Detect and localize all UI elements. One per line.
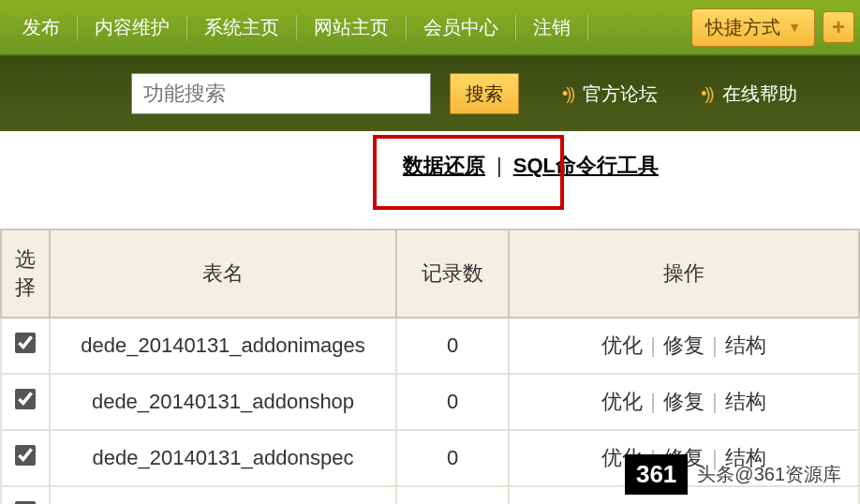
th-count: 记录数 [396, 230, 509, 318]
th-ops: 操作 [509, 230, 859, 318]
sound-icon: •)) [562, 84, 573, 104]
db-table: 选择 表名 记录数 操作 dede_20140131_addonimages0优… [0, 229, 860, 504]
link-sql-tool[interactable]: SQL命令行工具 [513, 152, 659, 180]
cell-ops: 优化|修复|结构 [509, 318, 859, 374]
table-row: dede_20140131_addonimages0优化|修复|结构 [1, 318, 859, 374]
cell-ops: 优化|修复|结构 [509, 430, 859, 486]
nav-member[interactable]: 会员中心 [407, 15, 516, 40]
link-forum[interactable]: •)) 官方论坛 [562, 82, 658, 107]
cell-ops: 优化|修复|结构 [509, 374, 859, 430]
separator: | [712, 334, 718, 357]
table-row: dede_20140131_admintype3优化|修复|结构 [1, 486, 859, 504]
op-optimize[interactable]: 优化 [601, 390, 643, 413]
cell-name: dede_20140131_addonspec [50, 430, 396, 486]
separator: | [650, 390, 656, 413]
link-forum-label: 官方论坛 [583, 82, 658, 107]
top-nav: 发布 内容维护 系统主页 网站主页 会员中心 注销 快捷方式 ▼ + [0, 0, 860, 56]
search-bar: 搜索 •)) 官方论坛 •)) 在线帮助 [0, 56, 860, 131]
separator: | [712, 390, 718, 413]
cell-count: 0 [396, 374, 509, 430]
op-repair[interactable]: 修复 [663, 334, 704, 357]
separator: | [650, 446, 656, 469]
nav-content[interactable]: 内容维护 [78, 15, 187, 40]
op-repair[interactable]: 修复 [663, 446, 704, 469]
search-input[interactable] [131, 73, 431, 114]
op-structure[interactable]: 结构 [725, 334, 766, 357]
table-row: dede_20140131_addonspec0优化|修复|结构 [1, 430, 859, 486]
row-checkbox[interactable] [15, 333, 36, 353]
th-name: 表名 [50, 230, 396, 318]
op-repair[interactable]: 修复 [663, 390, 704, 413]
cell-count: 3 [396, 486, 509, 504]
separator: | [497, 154, 502, 178]
cell-ops: 优化|修复|结构 [509, 486, 859, 504]
row-checkbox[interactable] [15, 445, 36, 466]
add-button[interactable]: + [823, 11, 854, 43]
cell-name: dede_20140131_addonshop [50, 374, 396, 430]
nav-site[interactable]: 网站主页 [297, 15, 407, 40]
link-help-label: 在线帮助 [722, 82, 797, 107]
cell-name: dede_20140131_addonimages [50, 318, 396, 374]
nav-logout[interactable]: 注销 [516, 15, 588, 40]
quick-menu[interactable]: 快捷方式 ▼ [691, 8, 815, 47]
th-select: 选择 [1, 230, 50, 318]
row-checkbox[interactable] [15, 389, 36, 409]
quick-menu-label: 快捷方式 [705, 15, 780, 40]
op-structure[interactable]: 结构 [725, 446, 766, 469]
op-structure[interactable]: 结构 [725, 390, 766, 413]
toolbar: 数据还原 | SQL命令行工具 [0, 131, 860, 200]
search-button[interactable]: 搜索 [450, 73, 519, 114]
cell-count: 0 [396, 318, 509, 374]
table-row: dede_20140131_addonshop0优化|修复|结构 [1, 374, 859, 430]
chevron-down-icon: ▼ [788, 20, 801, 35]
sound-icon: •)) [701, 84, 712, 104]
nav-system[interactable]: 系统主页 [187, 15, 297, 40]
link-data-restore[interactable]: 数据还原 [403, 152, 485, 180]
cell-count: 0 [396, 430, 509, 486]
cell-name: dede_20140131_admintype [50, 486, 396, 504]
separator: | [650, 334, 656, 357]
op-optimize[interactable]: 优化 [601, 446, 643, 469]
nav-publish[interactable]: 发布 [6, 15, 78, 40]
link-help[interactable]: •)) 在线帮助 [701, 82, 796, 107]
separator: | [712, 446, 718, 469]
op-optimize[interactable]: 优化 [601, 334, 643, 357]
